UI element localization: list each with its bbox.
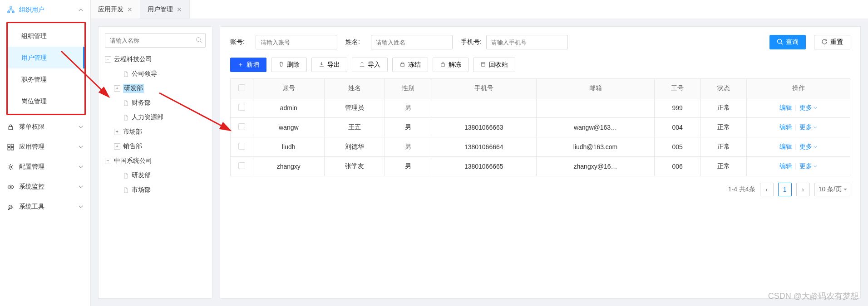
menu-group-org-users[interactable]: 组织用户 <box>0 0 90 20</box>
page-number-button[interactable]: 1 <box>778 183 792 196</box>
main-area: 应用开发 ✕ 用户管理 ✕ − 云程科技公司 <box>91 0 868 306</box>
tab-label: 应用开发 <box>98 5 123 14</box>
svg-point-8 <box>10 166 11 168</box>
edit-link[interactable]: 编辑 <box>779 104 792 111</box>
next-page-button[interactable]: › <box>796 183 810 196</box>
svg-rect-14 <box>482 63 485 66</box>
wrench-icon <box>7 204 15 210</box>
tree-node[interactable]: +销售部 <box>114 139 206 154</box>
tree-node[interactable]: 市场部 <box>114 183 206 197</box>
expand-icon[interactable]: + <box>114 85 120 92</box>
edit-link[interactable]: 编辑 <box>779 123 792 131</box>
delete-button[interactable]: 删除 <box>271 58 307 72</box>
sidebar-item-position-mgmt[interactable]: 职务管理 <box>8 68 84 90</box>
tree-search <box>105 33 206 48</box>
edit-link[interactable]: 编辑 <box>779 143 792 150</box>
table-header: 工号 <box>654 79 700 98</box>
sidebar-item-org-mgmt[interactable]: 组织管理 <box>8 25 84 47</box>
more-link[interactable]: 更多 <box>799 162 818 170</box>
row-checkbox[interactable] <box>238 104 245 111</box>
collapse-icon[interactable]: − <box>105 56 111 63</box>
table-row: zhangxy张学友男13801066665zhangxy@16…006正常编辑… <box>231 157 850 176</box>
tree-node[interactable]: 财务部 <box>114 96 206 110</box>
close-icon[interactable]: ✕ <box>127 6 133 13</box>
lock-icon <box>7 124 15 131</box>
svg-rect-7 <box>11 147 14 150</box>
svg-rect-2 <box>12 11 14 13</box>
prev-page-button[interactable]: ‹ <box>760 183 774 196</box>
filter-input-account[interactable] <box>256 35 337 49</box>
tree-node[interactable]: +研发部 <box>114 81 206 96</box>
gear-icon <box>7 164 15 170</box>
search-icon <box>777 39 783 46</box>
chevron-down-icon <box>79 143 83 151</box>
tree-node[interactable]: 人力资源部 <box>114 110 206 125</box>
reset-button[interactable]: 重置 <box>814 35 850 49</box>
svg-rect-6 <box>8 147 10 150</box>
more-link[interactable]: 更多 <box>799 104 818 111</box>
org-icon <box>7 6 15 14</box>
table-header: 手机号 <box>431 79 537 98</box>
svg-rect-0 <box>10 7 12 8</box>
file-icon <box>123 71 129 77</box>
row-checkbox[interactable] <box>238 143 245 150</box>
search-button[interactable]: 查询 <box>769 35 806 49</box>
tree-node-company1[interactable]: − 云程科技公司 <box>105 52 206 67</box>
eye-icon <box>7 184 15 190</box>
tree-node[interactable]: +市场部 <box>114 125 206 139</box>
table-row: liudh刘德华男13801066664liudh@163.com005正常编辑… <box>231 137 850 157</box>
more-link[interactable]: 更多 <box>799 123 818 131</box>
recycle-icon <box>480 61 486 68</box>
sidebar-item-user-mgmt[interactable]: 用户管理 <box>8 47 84 68</box>
chevron-down-icon <box>79 183 83 190</box>
tab-user-mgmt[interactable]: 用户管理 ✕ <box>140 0 190 19</box>
tree-node[interactable]: 公司领导 <box>114 67 206 81</box>
sidebar-item-菜单权限[interactable]: 菜单权限 <box>0 117 90 137</box>
tree-node-company2[interactable]: − 中国系统公司 <box>105 154 206 168</box>
tabs-bar: 应用开发 ✕ 用户管理 ✕ <box>91 0 868 19</box>
close-icon[interactable]: ✕ <box>177 6 182 13</box>
table-header: 邮箱 <box>537 79 654 98</box>
user-table: 账号姓名性别手机号邮箱工号状态操作 admin管理员男999正常编辑|更多 wa… <box>230 78 850 176</box>
expand-icon[interactable]: + <box>114 143 120 150</box>
export-button[interactable]: 导出 <box>311 58 347 72</box>
edit-link[interactable]: 编辑 <box>779 162 792 170</box>
row-checkbox[interactable] <box>238 123 245 130</box>
file-icon <box>123 115 129 121</box>
sidebar-item-post-mgmt[interactable]: 岗位管理 <box>8 90 84 112</box>
recycle-button[interactable]: 回收站 <box>473 58 515 72</box>
filter-bar: 账号: 姓名: 手机号: 查询 <box>230 35 850 49</box>
sidebar-item-应用管理[interactable]: 应用管理 <box>0 137 90 157</box>
tab-app-dev[interactable]: 应用开发 ✕ <box>91 0 140 19</box>
sidebar-item-系统监控[interactable]: 系统监控 <box>0 177 90 197</box>
grid-icon <box>7 144 15 151</box>
table-header: 状态 <box>700 79 747 98</box>
sidebar-item-配置管理[interactable]: 配置管理 <box>0 157 90 177</box>
table-header: 性别 <box>385 79 431 98</box>
collapse-icon[interactable]: − <box>105 158 111 164</box>
more-link[interactable]: 更多 <box>799 143 818 150</box>
table-row: admin管理员男999正常编辑|更多 <box>231 98 850 118</box>
toolbar: ＋新增 删除 导出 导入 冻结 解冻 回收站 <box>230 58 850 72</box>
submenu-highlight-box: 组织管理 用户管理 职务管理 岗位管理 <box>6 22 86 115</box>
svg-point-10 <box>197 38 201 42</box>
unfreeze-button[interactable]: 解冻 <box>433 58 469 72</box>
filter-label-name: 姓名: <box>345 38 367 46</box>
row-checkbox[interactable] <box>238 162 245 169</box>
filter-input-phone[interactable] <box>486 35 568 49</box>
page-size-select[interactable]: 10 条/页 <box>814 183 850 196</box>
download-icon <box>319 61 325 68</box>
search-icon[interactable] <box>196 37 202 44</box>
file-icon <box>123 100 129 106</box>
expand-icon[interactable]: + <box>114 129 120 135</box>
tree-search-input[interactable] <box>105 33 206 48</box>
tree-node[interactable]: 研发部 <box>114 168 206 183</box>
filter-input-name[interactable] <box>371 35 453 49</box>
sidebar-item-系统工具[interactable]: 系统工具 <box>0 197 90 217</box>
freeze-button[interactable]: 冻结 <box>392 58 428 72</box>
svg-rect-4 <box>8 144 10 146</box>
add-button[interactable]: ＋新增 <box>230 58 266 72</box>
checkbox-all[interactable] <box>238 84 245 91</box>
svg-rect-1 <box>8 11 10 13</box>
import-button[interactable]: 导入 <box>352 58 388 72</box>
